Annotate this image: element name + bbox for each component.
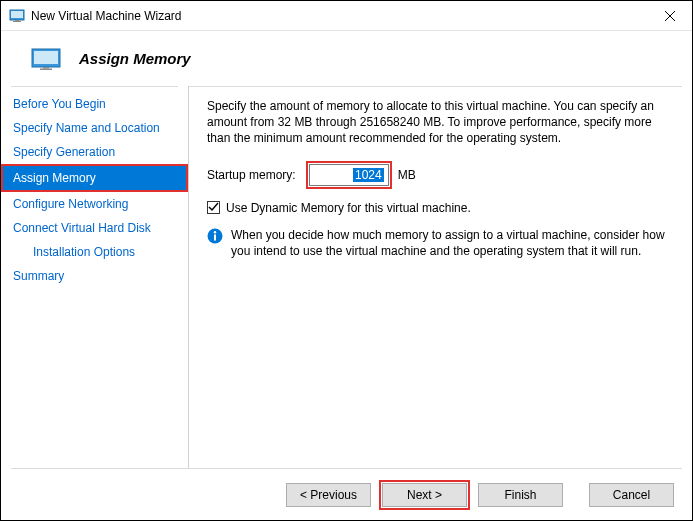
sidebar-item-installation-options[interactable]: Installation Options xyxy=(1,240,188,264)
startup-memory-input[interactable]: 1024 xyxy=(309,164,389,186)
info-icon xyxy=(207,228,223,244)
svg-rect-7 xyxy=(40,68,52,70)
startup-memory-unit: MB xyxy=(398,168,416,182)
wizard-content: Specify the amount of memory to allocate… xyxy=(189,86,692,468)
svg-rect-10 xyxy=(214,234,216,240)
wizard-sidebar: Before You Begin Specify Name and Locati… xyxy=(1,86,189,468)
intro-text: Specify the amount of memory to allocate… xyxy=(207,98,672,147)
window-title: New Virtual Machine Wizard xyxy=(31,9,647,23)
titlebar: New Virtual Machine Wizard xyxy=(1,1,692,31)
next-button-highlight: Next > xyxy=(379,480,470,510)
sidebar-item-connect-vhd[interactable]: Connect Virtual Hard Disk xyxy=(1,216,188,240)
next-button[interactable]: Next > xyxy=(382,483,467,507)
sidebar-item-assign-memory[interactable]: Assign Memory xyxy=(1,164,188,192)
wizard-footer: < Previous Next > Finish Cancel xyxy=(11,468,682,520)
dynamic-memory-checkbox[interactable] xyxy=(207,201,220,214)
svg-rect-6 xyxy=(43,67,49,69)
sidebar-item-configure-networking[interactable]: Configure Networking xyxy=(1,192,188,216)
startup-memory-highlight: 1024 xyxy=(306,161,392,189)
finish-button[interactable]: Finish xyxy=(478,483,563,507)
sidebar-item-specify-generation[interactable]: Specify Generation xyxy=(1,140,188,164)
sidebar-item-summary[interactable]: Summary xyxy=(1,264,188,288)
wizard-icon xyxy=(31,48,61,70)
sidebar-item-before-you-begin[interactable]: Before You Begin xyxy=(1,92,188,116)
svg-point-9 xyxy=(214,231,216,233)
svg-rect-1 xyxy=(11,11,23,18)
svg-rect-3 xyxy=(13,21,21,22)
previous-button[interactable]: < Previous xyxy=(286,483,371,507)
wizard-header: Assign Memory xyxy=(1,31,692,86)
cancel-button[interactable]: Cancel xyxy=(589,483,674,507)
sidebar-item-specify-name[interactable]: Specify Name and Location xyxy=(1,116,188,140)
svg-rect-5 xyxy=(34,51,58,64)
app-icon xyxy=(9,8,25,24)
dynamic-memory-label: Use Dynamic Memory for this virtual mach… xyxy=(226,201,471,215)
close-button[interactable] xyxy=(647,1,692,31)
startup-memory-value: 1024 xyxy=(353,168,384,182)
info-text: When you decide how much memory to assig… xyxy=(231,227,672,259)
page-title: Assign Memory xyxy=(79,50,191,67)
svg-rect-2 xyxy=(15,20,19,21)
startup-memory-label: Startup memory: xyxy=(207,168,296,182)
